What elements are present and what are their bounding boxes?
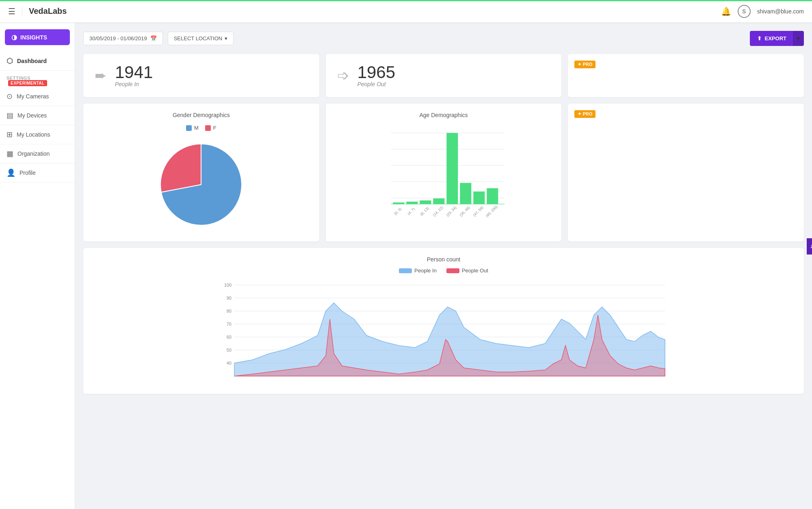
experimental-badge: experimental bbox=[8, 80, 47, 86]
bar-0-3 bbox=[393, 202, 404, 204]
bar-8-13 bbox=[420, 200, 431, 204]
line-chart-container: 100 90 80 70 60 50 40 bbox=[91, 278, 796, 386]
camera-icon: ⊙ bbox=[6, 92, 13, 101]
legend-people-in: People In bbox=[399, 268, 437, 274]
sidebar: ◑ INSIGHTS ⬡ Dashboard SETTINGS experime… bbox=[0, 23, 75, 509]
settings-section-label: SETTINGS experimental bbox=[0, 71, 75, 87]
svg-text:70: 70 bbox=[227, 322, 232, 326]
people-out-label: People Out bbox=[357, 81, 395, 87]
sidebar-item-organization[interactable]: ▦ Organization bbox=[0, 144, 75, 163]
svg-text:90: 90 bbox=[227, 296, 232, 300]
pro-badge-2[interactable]: ✦ PRO bbox=[574, 110, 595, 118]
bar-23-34 bbox=[446, 133, 458, 204]
sidebar-item-profile[interactable]: 👤 Profile bbox=[0, 163, 75, 183]
bar-14-22 bbox=[433, 198, 444, 204]
insights-button[interactable]: ◑ INSIGHTS bbox=[5, 29, 70, 45]
hamburger-icon[interactable]: ☰ bbox=[8, 7, 15, 16]
sidebar-item-cameras[interactable]: ⊙ My Cameras bbox=[0, 87, 75, 106]
line-chart-legend: People In People Out bbox=[91, 268, 796, 274]
person-count-title: Person count bbox=[91, 256, 796, 263]
insights-icon: ◑ bbox=[11, 33, 17, 41]
svg-text:(0, 3): (0, 3) bbox=[393, 207, 402, 216]
people-in-legend-box bbox=[399, 268, 412, 273]
date-range-text: 30/05/2019 - 01/06/2019 bbox=[89, 35, 147, 41]
female-color-dot bbox=[205, 125, 211, 131]
pro-card-2: ✦ PRO bbox=[568, 104, 804, 241]
male-color-dot bbox=[186, 125, 192, 131]
export-caret-button[interactable]: ▾ bbox=[792, 31, 804, 46]
gender-chart-legend: M F bbox=[91, 125, 311, 131]
green-bar bbox=[0, 0, 812, 1]
people-out-number: 1965 bbox=[357, 64, 395, 81]
export-upload-icon: ⬆ bbox=[757, 35, 762, 41]
org-icon: ▦ bbox=[6, 149, 13, 158]
bar-35-46 bbox=[460, 183, 471, 204]
svg-text:100: 100 bbox=[224, 283, 232, 287]
svg-text:(4, 7): (4, 7) bbox=[407, 207, 416, 216]
people-out-legend-box bbox=[446, 268, 459, 273]
people-in-info: 1941 People In bbox=[115, 64, 153, 87]
pie-chart-svg bbox=[156, 140, 246, 229]
sidebar-item-locations[interactable]: ⊞ My Locations bbox=[0, 125, 75, 144]
bar-47-59 bbox=[473, 191, 485, 204]
gender-chart-card: Gender Demographics M F bbox=[83, 104, 319, 241]
svg-text:(14, 22): (14, 22) bbox=[432, 205, 444, 217]
line-chart-svg: 100 90 80 70 60 50 40 bbox=[91, 278, 796, 384]
export-button-group: ⬆ EXPORT ▾ bbox=[750, 31, 804, 46]
legend-female: F bbox=[205, 125, 217, 131]
legend-people-out: People Out bbox=[446, 268, 488, 274]
stats-row: ➨ 1941 People In ➩ 1965 People Out ✦ PRO bbox=[83, 54, 804, 97]
pro-card-1: ✦ PRO bbox=[568, 54, 804, 97]
avatar[interactable]: S bbox=[738, 5, 751, 18]
main-content: 30/05/2019 - 01/06/2019 📅 SELECT LOCATIO… bbox=[75, 23, 812, 509]
people-in-icon: ➨ bbox=[95, 67, 107, 84]
toolbar: 30/05/2019 - 01/06/2019 📅 SELECT LOCATIO… bbox=[83, 31, 804, 46]
svg-text:(23, 34): (23, 34) bbox=[445, 205, 457, 217]
svg-text:(47, 59): (47, 59) bbox=[472, 205, 484, 217]
person-icon: 👤 bbox=[6, 168, 15, 177]
top-nav: ☰ VedaLabs 🔔 S shivam@blue.com bbox=[0, 0, 812, 23]
bar-4-7 bbox=[406, 202, 418, 204]
svg-text:(8, 13): (8, 13) bbox=[419, 206, 429, 216]
date-range-button[interactable]: 30/05/2019 - 01/06/2019 📅 bbox=[83, 32, 163, 45]
location-icon: ⊞ bbox=[6, 130, 13, 139]
dashboard-icon: ⬡ bbox=[6, 57, 13, 65]
age-bar-chart: (0, 3) (4, 7) (8, 13) (14, 22) (23, 34) … bbox=[334, 125, 554, 222]
svg-text:40: 40 bbox=[227, 361, 232, 365]
sidebar-item-dashboard[interactable]: ⬡ Dashboard bbox=[0, 52, 75, 71]
age-chart-card: Age Demographics bbox=[326, 104, 562, 241]
age-chart-title: Age Demographics bbox=[334, 112, 554, 118]
svg-text:50: 50 bbox=[227, 348, 232, 352]
bar-60-100 bbox=[487, 188, 498, 204]
person-count-card: Person count People In People Out 100 90… bbox=[83, 248, 804, 394]
svg-text:(35, 46): (35, 46) bbox=[459, 205, 470, 217]
people-in-card: ➨ 1941 People In bbox=[83, 54, 319, 97]
notification-bell-icon[interactable]: 🔔 bbox=[721, 7, 731, 16]
support-tab[interactable]: SUPPORT bbox=[806, 238, 812, 254]
pro-badge-1[interactable]: ✦ PRO bbox=[574, 61, 595, 68]
top-nav-right: 🔔 S shivam@blue.com bbox=[721, 5, 804, 18]
app-logo: VedaLabs bbox=[22, 7, 67, 16]
gender-chart-title: Gender Demographics bbox=[91, 112, 311, 118]
people-in-number: 1941 bbox=[115, 64, 153, 81]
svg-text:80: 80 bbox=[227, 309, 232, 313]
user-email: shivam@blue.com bbox=[757, 8, 804, 15]
chevron-down-icon: ▾ bbox=[225, 35, 227, 41]
charts-row: Gender Demographics M F Age Demographics bbox=[83, 104, 804, 241]
svg-text:(60, 100): (60, 100) bbox=[485, 205, 498, 218]
people-in-label: People In bbox=[115, 81, 153, 87]
people-out-info: 1965 People Out bbox=[357, 64, 395, 87]
legend-male: M bbox=[186, 125, 199, 131]
devices-icon: ▤ bbox=[6, 111, 13, 120]
age-chart-svg: (0, 3) (4, 7) (8, 13) (14, 22) (23, 34) … bbox=[334, 125, 554, 222]
calendar-icon: 📅 bbox=[150, 35, 157, 41]
location-select[interactable]: SELECT LOCATION ▾ bbox=[168, 32, 234, 45]
people-out-icon: ➩ bbox=[337, 67, 349, 84]
people-out-card: ➩ 1965 People Out bbox=[326, 54, 562, 97]
svg-text:60: 60 bbox=[227, 335, 232, 339]
sidebar-item-devices[interactable]: ▤ My Devices bbox=[0, 106, 75, 125]
export-button[interactable]: ⬆ EXPORT bbox=[750, 31, 794, 46]
pie-chart-container bbox=[91, 136, 311, 233]
